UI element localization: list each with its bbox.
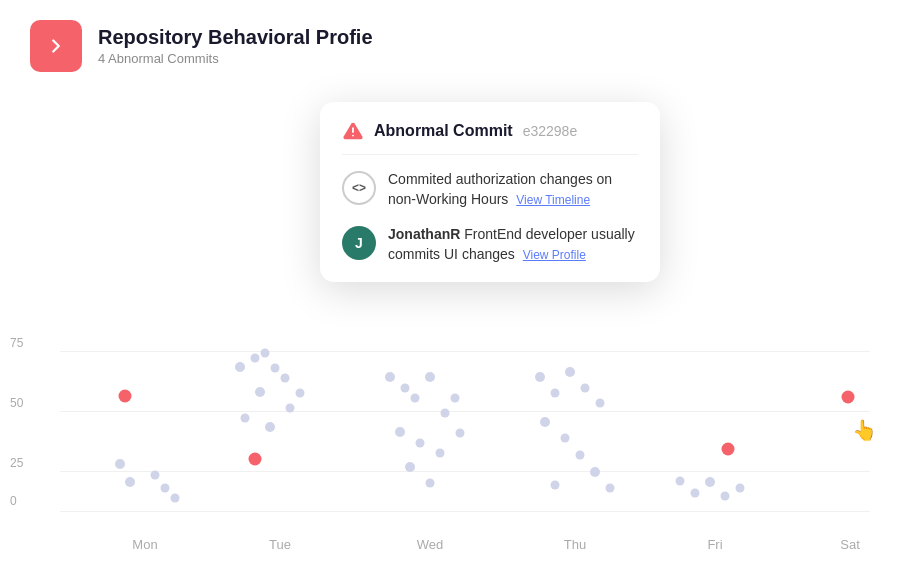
dot[interactable] <box>125 477 135 487</box>
dot[interactable] <box>265 422 275 432</box>
x-label-tue: Tue <box>269 537 291 552</box>
code-icon: <> <box>342 171 376 205</box>
dot[interactable] <box>251 354 260 363</box>
dot[interactable] <box>676 477 685 486</box>
tooltip-title: Abnormal Commit <box>374 122 513 140</box>
svg-point-1 <box>352 135 354 137</box>
dot[interactable] <box>255 387 265 397</box>
tooltip-header: Abnormal Commit e32298e <box>342 120 638 155</box>
dot[interactable] <box>401 384 410 393</box>
warning-icon <box>342 120 364 142</box>
dot[interactable] <box>436 449 445 458</box>
dot[interactable] <box>535 372 545 382</box>
dot[interactable] <box>590 467 600 477</box>
dot[interactable] <box>385 372 395 382</box>
dot[interactable] <box>561 434 570 443</box>
dot[interactable] <box>261 349 270 358</box>
tooltip-panel: Abnormal Commit e32298e <> Commited auth… <box>320 102 660 282</box>
header-text: Repository Behavioral Profie 4 Abnormal … <box>98 26 373 66</box>
y-label-0: 0 <box>10 494 17 508</box>
dot[interactable] <box>161 484 170 493</box>
dot[interactable] <box>736 484 745 493</box>
x-label-sat: Sat <box>840 537 860 552</box>
header-icon-button[interactable] <box>30 20 82 72</box>
page-header: Repository Behavioral Profie 4 Abnormal … <box>0 0 900 82</box>
y-label-50: 50 <box>10 396 23 410</box>
dot[interactable] <box>705 477 715 487</box>
chart-area: 75 50 25 0 Mon Tue Wed Thu Fri Sat <box>0 82 900 572</box>
user-description: JonathanR FrontEnd developer usually com… <box>388 224 638 265</box>
dot[interactable] <box>405 462 415 472</box>
view-timeline-link[interactable]: View Timeline <box>516 193 590 207</box>
dot[interactable] <box>411 394 420 403</box>
y-label-75: 75 <box>10 336 23 350</box>
chevron-right-icon <box>45 35 67 57</box>
dot[interactable] <box>271 364 280 373</box>
commit-description: Commited authorization changes on non-Wo… <box>388 169 638 210</box>
dot[interactable] <box>296 389 305 398</box>
dot[interactable] <box>281 374 290 383</box>
dot[interactable] <box>115 459 125 469</box>
dot[interactable] <box>441 409 450 418</box>
y-label-25: 25 <box>10 456 23 470</box>
view-profile-link[interactable]: View Profile <box>523 248 586 262</box>
dot[interactable] <box>691 489 700 498</box>
dot[interactable] <box>241 414 250 423</box>
dot-abnormal-sat[interactable] <box>842 391 855 404</box>
user-name: JonathanR <box>388 226 460 242</box>
dot[interactable] <box>606 484 615 493</box>
dot[interactable] <box>581 384 590 393</box>
x-label-mon: Mon <box>132 537 157 552</box>
dot[interactable] <box>425 372 435 382</box>
grid-line-75 <box>60 351 870 352</box>
dot[interactable] <box>540 417 550 427</box>
tooltip-hash: e32298e <box>523 123 578 139</box>
dot[interactable] <box>456 429 465 438</box>
x-label-wed: Wed <box>417 537 444 552</box>
dot[interactable] <box>235 362 245 372</box>
dot-abnormal-mon[interactable] <box>119 390 132 403</box>
dot[interactable] <box>565 367 575 377</box>
page-title: Repository Behavioral Profie <box>98 26 373 49</box>
dot[interactable] <box>171 494 180 503</box>
dot[interactable] <box>416 439 425 448</box>
dot-abnormal-tue[interactable] <box>249 453 262 466</box>
dot[interactable] <box>576 451 585 460</box>
dot[interactable] <box>426 479 435 488</box>
dot[interactable] <box>151 471 160 480</box>
grid-line-25 <box>60 471 870 472</box>
grid-line-0 <box>60 511 870 512</box>
user-avatar: J <box>342 226 376 260</box>
grid-line-50 <box>60 411 870 412</box>
dot[interactable] <box>721 492 730 501</box>
x-label-fri: Fri <box>707 537 722 552</box>
dot[interactable] <box>551 389 560 398</box>
dot-abnormal-fri[interactable] <box>722 443 735 456</box>
dot[interactable] <box>551 481 560 490</box>
tooltip-row-commit: <> Commited authorization changes on non… <box>342 169 638 210</box>
page-subtitle: 4 Abnormal Commits <box>98 51 373 66</box>
cursor-hand-icon: 👆 <box>852 418 877 442</box>
dot[interactable] <box>286 404 295 413</box>
dot[interactable] <box>596 399 605 408</box>
tooltip-row-user: J JonathanR FrontEnd developer usually c… <box>342 224 638 265</box>
dot[interactable] <box>451 394 460 403</box>
dot[interactable] <box>395 427 405 437</box>
x-label-thu: Thu <box>564 537 586 552</box>
